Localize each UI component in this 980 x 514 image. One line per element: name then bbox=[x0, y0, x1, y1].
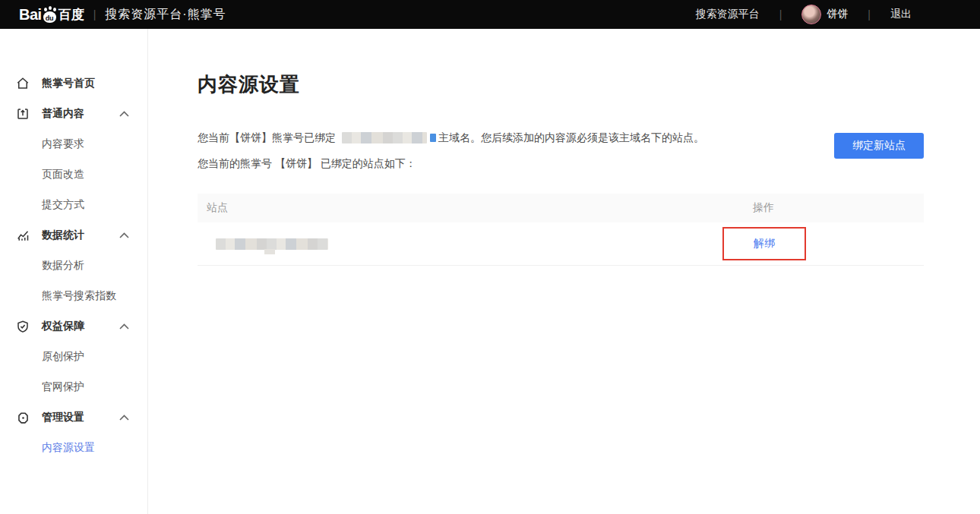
divider: | bbox=[779, 8, 782, 20]
red-highlight-box: 解绑 bbox=[722, 227, 806, 260]
main-content: 内容源设置 您当前【饼饼】熊掌号已绑定主域名。您后续添加的内容源必须是该主域名下… bbox=[148, 29, 980, 514]
table-header: 站点 操作 bbox=[198, 194, 924, 222]
sidebar-group-content[interactable]: 普通内容 bbox=[0, 99, 147, 129]
sidebar-item-official-protect[interactable]: 官网保护 bbox=[0, 372, 147, 402]
chevron-up-icon bbox=[119, 415, 129, 421]
sites-table: 站点 操作 解绑 bbox=[198, 194, 924, 266]
baidu-paw-icon: du bbox=[43, 8, 58, 23]
divider: | bbox=[93, 8, 96, 20]
column-header-action: 操作 bbox=[719, 201, 924, 215]
sidebar-group-settings[interactable]: 管理设置 bbox=[0, 402, 147, 433]
topbar: Bai du 百度 | 搜索资源平台·熊掌号 搜索资源平台 | 饼饼 | 退出 bbox=[0, 0, 980, 29]
bind-new-site-button[interactable]: 绑定新站点 bbox=[834, 133, 924, 159]
intro-text: 您当前【饼饼】熊掌号已绑定主域名。您后续添加的内容源必须是该主域名下的站点。 您… bbox=[198, 130, 704, 171]
redacted-site-url bbox=[216, 238, 328, 250]
selection-caret bbox=[430, 134, 436, 142]
shield-icon bbox=[15, 319, 30, 334]
sidebar-item-search-index[interactable]: 熊掌号搜索指数 bbox=[0, 281, 147, 311]
nav-platform-link[interactable]: 搜索资源平台 bbox=[696, 8, 760, 21]
chevron-up-icon bbox=[119, 323, 129, 330]
sidebar-item-data-analysis[interactable]: 数据分析 bbox=[0, 251, 147, 281]
column-header-site: 站点 bbox=[198, 201, 719, 215]
upload-icon bbox=[15, 106, 30, 121]
chart-icon bbox=[15, 228, 30, 243]
sidebar-group-data-stats[interactable]: 数据统计 bbox=[0, 220, 147, 251]
unbind-link[interactable]: 解绑 bbox=[754, 237, 775, 251]
divider: | bbox=[868, 8, 871, 20]
sidebar-item-content-requirements[interactable]: 内容要求 bbox=[0, 129, 147, 159]
table-row: 解绑 bbox=[198, 222, 924, 266]
sidebar-item-original-protect[interactable]: 原创保护 bbox=[0, 342, 147, 372]
sidebar-item-page-transform[interactable]: 页面改造 bbox=[0, 159, 147, 190]
gear-icon bbox=[15, 410, 30, 425]
chevron-up-icon bbox=[119, 111, 129, 117]
chevron-up-icon bbox=[119, 232, 129, 238]
redacted-domain bbox=[342, 132, 427, 143]
baidu-logo[interactable]: Bai du 百度 bbox=[19, 6, 84, 23]
sidebar-item-content-source-settings[interactable]: 内容源设置 bbox=[0, 433, 147, 463]
user-avatar bbox=[801, 5, 821, 24]
user-menu[interactable]: 饼饼 bbox=[801, 5, 848, 24]
sidebar-group-rights[interactable]: 权益保障 bbox=[0, 311, 147, 342]
baidu-logo-text: Bai bbox=[19, 6, 42, 23]
logout-link[interactable]: 退出 bbox=[890, 8, 912, 21]
sidebar-item-home[interactable]: 熊掌号首页 bbox=[0, 68, 147, 99]
platform-title: 搜索资源平台·熊掌号 bbox=[105, 7, 226, 23]
baidu-logo-cn: 百度 bbox=[58, 8, 84, 23]
username: 饼饼 bbox=[827, 8, 848, 21]
page-title: 内容源设置 bbox=[198, 71, 924, 98]
home-icon bbox=[15, 76, 30, 91]
sidebar: 熊掌号首页 普通内容 内容要求 页面改造 提交方式 数据统计 bbox=[0, 29, 148, 514]
sidebar-item-submit-method[interactable]: 提交方式 bbox=[0, 190, 147, 220]
